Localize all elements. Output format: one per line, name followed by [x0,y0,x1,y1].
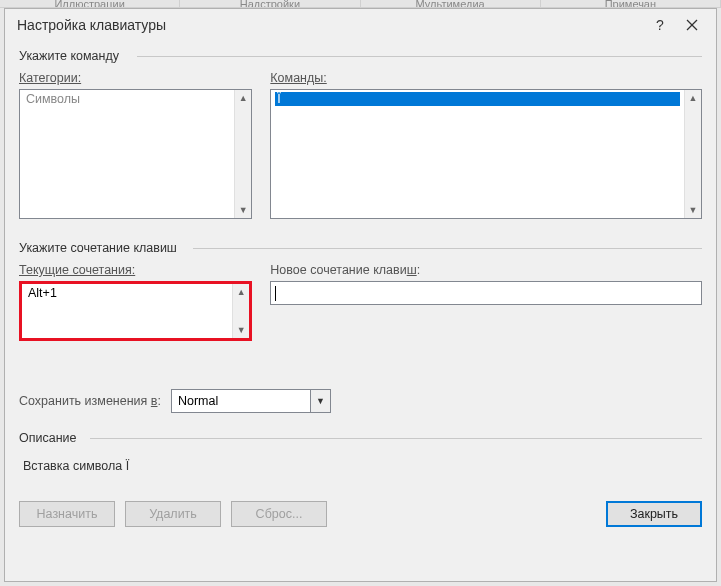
current-keys-label: Текущие сочетания: [19,263,252,277]
ribbon-tab: Примечан [541,0,721,7]
assign-button[interactable]: Назначить [19,501,115,527]
ribbon-tab: Иллюстрации [0,0,180,7]
commands-label: Команды: [270,71,702,85]
new-key-input[interactable] [270,281,702,305]
text-cursor [275,286,276,301]
chevron-down-icon[interactable]: ▼ [685,202,701,218]
scrollbar[interactable]: ▲▼ [232,284,249,338]
titlebar: Настройка клавиатуры ? [5,9,716,41]
ribbon-tab: Надстройки [180,0,360,7]
delete-button[interactable]: Удалить [125,501,221,527]
chevron-up-icon[interactable]: ▲ [233,284,249,300]
categories-label: Категории: [19,71,252,85]
scrollbar[interactable]: ▲▼ [234,90,251,218]
group-description-label: Описание [19,431,702,445]
help-button[interactable]: ? [644,9,676,41]
reset-button[interactable]: Сброс... [231,501,327,527]
list-item[interactable]: Ї [275,92,680,106]
current-keys-listbox[interactable]: Alt+1 ▲▼ [19,281,252,341]
ribbon-background: Иллюстрации Надстройки Мультимедиа Приме… [0,0,721,8]
dialog-title: Настройка клавиатуры [17,17,644,33]
close-dialog-button[interactable]: Закрыть [606,501,702,527]
commands-listbox[interactable]: Ї ▲▼ [270,89,702,219]
categories-listbox[interactable]: Символы ▲▼ [19,89,252,219]
chevron-down-icon[interactable]: ▼ [310,390,330,412]
group-command-label: Укажите команду [19,49,702,63]
group-keys-label: Укажите сочетание клавиш [19,241,702,255]
close-icon [686,19,698,31]
combo-value: Normal [172,390,310,412]
chevron-up-icon[interactable]: ▲ [235,90,251,106]
ribbon-tab: Мультимедиа [361,0,541,7]
chevron-down-icon[interactable]: ▼ [233,322,249,338]
chevron-up-icon[interactable]: ▲ [685,90,701,106]
new-key-label: Новое сочетание клавиш: [270,263,702,277]
description-text: Вставка символа Ї [19,453,702,473]
save-in-combo[interactable]: Normal ▼ [171,389,331,413]
keyboard-customize-dialog: Настройка клавиатуры ? Укажите команду К… [4,8,717,582]
save-in-label: Сохранить изменения в: [19,394,161,408]
list-item[interactable]: Символы [24,92,230,106]
chevron-down-icon[interactable]: ▼ [235,202,251,218]
close-button[interactable] [676,9,708,41]
scrollbar[interactable]: ▲▼ [684,90,701,218]
list-item[interactable]: Alt+1 [26,286,228,300]
